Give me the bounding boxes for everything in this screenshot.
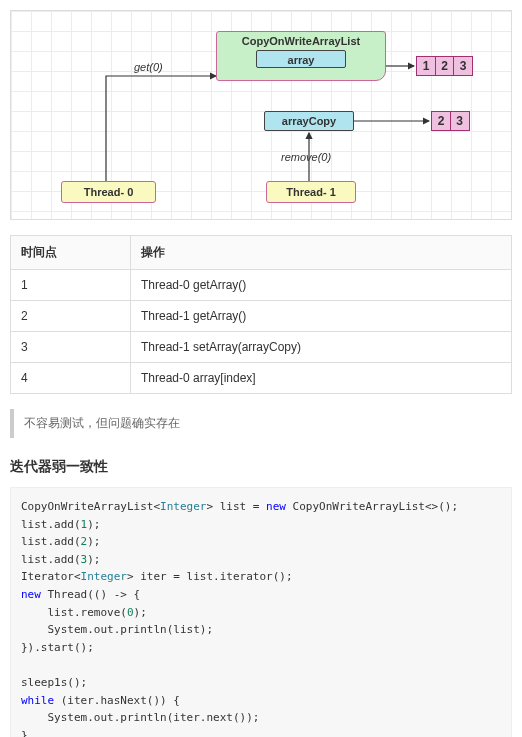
cell: 3 [450,111,470,131]
th-op: 操作 [130,236,511,270]
thread0-node: Thread- 0 [61,181,156,203]
cowlist-node: CopyOnWriteArrayList array [216,31,386,81]
arraycopy-node: arrayCopy [264,111,354,131]
table-row: 4Thread-0 array[index] [11,363,512,394]
get-label: get(0) [134,61,163,73]
table-row: 1Thread-0 getArray() [11,270,512,301]
code-block: CopyOnWriteArrayList<Integer> list = new… [10,487,512,737]
timeline-table: 时间点 操作 1Thread-0 getArray() 2Thread-1 ge… [10,235,512,394]
quote-1: 不容易测试，但问题确实存在 [10,409,512,438]
table-row: 2Thread-1 getArray() [11,301,512,332]
array-field: array [256,50,346,68]
remove-label: remove(0) [281,151,331,163]
section-title: 迭代器弱一致性 [10,458,512,476]
thread1-node: Thread- 1 [266,181,356,203]
cowlist-title: CopyOnWriteArrayList [217,32,385,47]
cells-top: 1 2 3 [416,56,472,76]
th-timepoint: 时间点 [11,236,131,270]
cell: 2 [435,56,455,76]
cell: 1 [416,56,436,76]
cells-bottom: 2 3 [431,111,468,131]
table-row: 3Thread-1 setArray(arrayCopy) [11,332,512,363]
cell: 2 [431,111,451,131]
diagram-grid: CopyOnWriteArrayList array 1 2 3 arrayCo… [10,10,512,220]
cell: 3 [453,56,473,76]
